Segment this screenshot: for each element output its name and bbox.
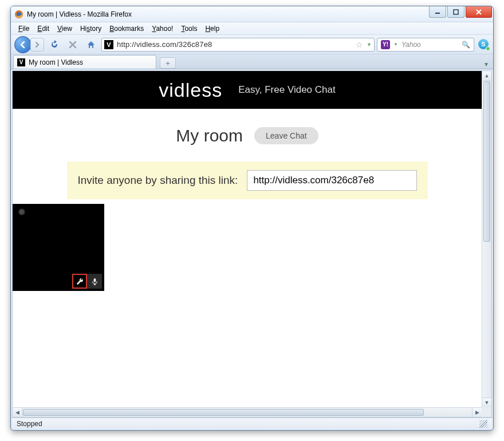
forward-button[interactable]	[30, 38, 44, 52]
horizontal-scrollbar[interactable]: ◀ ▶	[13, 407, 482, 417]
reload-button[interactable]	[48, 38, 61, 51]
menu-edit[interactable]: Edit	[33, 23, 53, 34]
room-title: My room	[176, 126, 243, 145]
site-tagline: Easy, Free Video Chat	[238, 84, 335, 96]
search-box[interactable]: Y! ▼ Yahoo 🔍	[377, 38, 474, 52]
menu-tools[interactable]: Tools	[177, 23, 201, 34]
close-button[interactable]	[466, 6, 492, 18]
menu-history[interactable]: History	[76, 23, 105, 34]
settings-button[interactable]	[72, 274, 87, 289]
scroll-right-icon[interactable]: ▶	[472, 408, 482, 417]
leave-chat-button[interactable]: Leave Chat	[254, 127, 318, 144]
minimize-button[interactable]	[429, 6, 446, 18]
firefox-window: My room | Vidless - Mozilla Firefox File…	[10, 6, 494, 431]
vertical-scrollbar[interactable]: ▲ ▼	[482, 71, 491, 407]
menu-yahoo[interactable]: Yahoo!	[148, 23, 177, 34]
tab-title: My room | Vidless	[29, 58, 83, 66]
new-tab-button[interactable]: +	[160, 57, 176, 69]
search-engine-icon[interactable]: Y!	[381, 40, 390, 49]
video-tile[interactable]	[13, 204, 104, 291]
home-button[interactable]	[85, 38, 97, 51]
site-logo: vidless	[159, 79, 222, 101]
tabstrip: V My room | Vidless + ▾	[11, 54, 493, 69]
hscroll-thumb[interactable]	[23, 409, 424, 416]
status-text: Stopped	[17, 420, 42, 428]
microphone-button[interactable]	[87, 274, 102, 289]
resize-grip-icon[interactable]	[479, 420, 487, 428]
menu-help[interactable]: Help	[201, 23, 223, 34]
scroll-up-icon[interactable]: ▲	[482, 71, 491, 81]
svg-rect-3	[454, 10, 458, 14]
main-content: My room Leave Chat Invite anyone by shar…	[13, 109, 482, 205]
url-dropdown-icon[interactable]: ▼	[367, 42, 372, 48]
firefox-icon	[14, 10, 23, 19]
nav-toolbar: V http://vidless.com/326c87e8 ☆ ▼ Y! ▼ Y…	[11, 35, 493, 54]
invite-bar: Invite anyone by sharing this link:	[67, 162, 428, 199]
page-body: vidless Easy, Free Video Chat My room Le…	[13, 71, 482, 407]
search-engine-dropdown-icon[interactable]: ▼	[393, 42, 398, 47]
tab-favicon: V	[17, 58, 25, 66]
scroll-corner	[482, 407, 491, 417]
menubar: File Edit View History Bookmarks Yahoo! …	[11, 22, 493, 35]
search-placeholder[interactable]: Yahoo	[401, 41, 458, 49]
skype-icon[interactable]: S	[478, 39, 490, 50]
menu-view[interactable]: View	[53, 23, 76, 34]
svg-rect-4	[93, 278, 96, 282]
scroll-down-icon[interactable]: ▼	[482, 397, 491, 407]
list-tabs-icon[interactable]: ▾	[482, 60, 491, 69]
menu-file[interactable]: File	[14, 23, 33, 34]
titlebar[interactable]: My room | Vidless - Mozilla Firefox	[11, 6, 493, 22]
vscroll-thumb[interactable]	[483, 81, 490, 242]
invite-label: Invite anyone by sharing this link:	[78, 174, 238, 187]
statusbar: Stopped	[12, 418, 492, 429]
invite-url-input[interactable]	[247, 170, 416, 191]
site-header: vidless Easy, Free Video Chat	[13, 71, 482, 109]
url-text[interactable]: http://vidless.com/326c87e8	[117, 40, 352, 49]
scroll-left-icon[interactable]: ◀	[13, 408, 22, 417]
content-area: vidless Easy, Free Video Chat My room Le…	[12, 70, 492, 418]
maximize-button[interactable]	[447, 6, 464, 18]
bookmark-star-icon[interactable]: ☆	[356, 40, 363, 49]
menu-bookmarks[interactable]: Bookmarks	[105, 23, 148, 34]
search-go-icon[interactable]: 🔍	[462, 41, 470, 49]
tab-active[interactable]: V My room | Vidless	[13, 55, 156, 69]
record-indicator-icon	[18, 208, 25, 215]
address-bar[interactable]: V http://vidless.com/326c87e8 ☆ ▼	[101, 38, 375, 52]
window-title: My room | Vidless - Mozilla Firefox	[27, 10, 132, 18]
back-button[interactable]	[14, 36, 32, 53]
stop-button[interactable]	[66, 38, 79, 51]
svg-rect-2	[435, 13, 440, 14]
site-favicon: V	[104, 40, 113, 49]
